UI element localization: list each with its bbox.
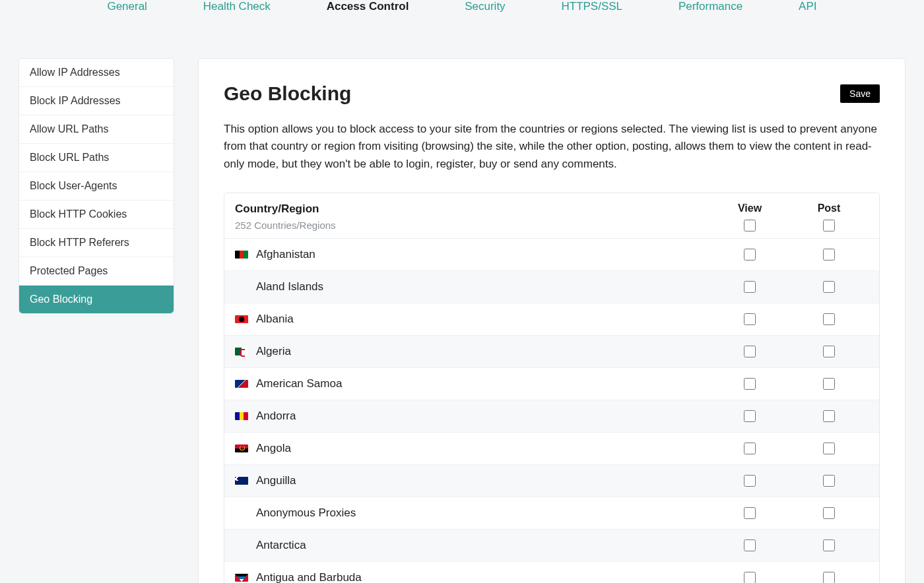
table-row: American Samoa [224, 368, 879, 400]
country-name: Anonymous Proxies [256, 506, 356, 520]
table-row: Andorra [224, 400, 879, 433]
table-row: Anonymous Proxies [224, 497, 879, 530]
tab-performance[interactable]: Performance [675, 0, 746, 13]
sidebar-item-block-ip-addresses[interactable]: Block IP Addresses [19, 87, 174, 115]
country-name: Antarctica [256, 539, 306, 552]
country-name: Angola [256, 442, 291, 455]
sidebar-item-allow-url-paths[interactable]: Allow URL Paths [19, 115, 174, 144]
select-all-post-checkbox[interactable] [823, 220, 835, 231]
col-country-region: Country/Region [235, 202, 710, 216]
post-checkbox[interactable] [823, 507, 835, 519]
sidebar-item-protected-pages[interactable]: Protected Pages [19, 257, 174, 286]
table-row: Algeria [224, 336, 879, 368]
view-checkbox[interactable] [744, 313, 756, 325]
view-checkbox[interactable] [744, 475, 756, 487]
country-name: Albania [256, 313, 294, 326]
post-checkbox[interactable] [823, 346, 835, 357]
sidebar-item-block-url-paths[interactable]: Block URL Paths [19, 144, 174, 172]
sidebar-item-geo-blocking[interactable]: Geo Blocking [19, 286, 174, 313]
tab-health-check[interactable]: Health Check [199, 0, 275, 13]
country-name: Aland Islands [256, 280, 323, 293]
save-button[interactable]: Save [840, 84, 880, 103]
country-name: Antigua and Barbuda [256, 571, 362, 583]
tab-security[interactable]: Security [461, 0, 509, 13]
post-checkbox[interactable] [823, 249, 835, 261]
geo-blocking-table: Country/Region 252 Countries/Regions Vie… [224, 193, 880, 583]
panel-description: This option allows you to block access t… [224, 121, 880, 173]
view-checkbox[interactable] [744, 572, 756, 583]
table-row: Angola [224, 433, 879, 465]
post-checkbox[interactable] [823, 475, 835, 487]
table-row: Antigua and Barbuda [224, 562, 879, 583]
flag-icon [235, 574, 248, 582]
sidebar-item-block-http-cookies[interactable]: Block HTTP Cookies [19, 200, 174, 229]
table-header: Country/Region 252 Countries/Regions Vie… [224, 193, 879, 239]
post-checkbox[interactable] [823, 281, 835, 293]
table-row: Anguilla [224, 465, 879, 497]
page-title: Geo Blocking [224, 82, 351, 105]
flag-icon [235, 315, 248, 323]
flag-icon [235, 477, 248, 485]
view-checkbox[interactable] [744, 249, 756, 261]
sidebar: Allow IP AddressesBlock IP AddressesAllo… [18, 58, 174, 314]
country-name: Anguilla [256, 474, 296, 487]
countries-count: 252 Countries/Regions [235, 220, 710, 231]
country-name: Afghanistan [256, 248, 315, 261]
sidebar-item-block-user-agents[interactable]: Block User-Agents [19, 172, 174, 200]
country-name: American Samoa [256, 377, 342, 390]
view-checkbox[interactable] [744, 443, 756, 454]
sidebar-item-block-http-referers[interactable]: Block HTTP Referers [19, 229, 174, 257]
top-tabs: GeneralHealth CheckAccess ControlSecurit… [0, 0, 924, 25]
tab-api[interactable]: API [795, 0, 820, 13]
table-row: Aland Islands [224, 271, 879, 303]
view-checkbox[interactable] [744, 346, 756, 357]
panel-header: Geo Blocking Save [224, 82, 880, 105]
table-row: Antarctica [224, 530, 879, 562]
main-panel: Geo Blocking Save This option allows you… [198, 58, 906, 583]
post-checkbox[interactable] [823, 443, 835, 454]
post-checkbox[interactable] [823, 410, 835, 422]
post-checkbox[interactable] [823, 539, 835, 551]
table-row: Afghanistan [224, 239, 879, 271]
col-view: View [738, 202, 762, 214]
flag-icon [235, 251, 248, 259]
col-post: Post [818, 202, 841, 214]
flag-icon [235, 445, 248, 452]
flag-icon [235, 348, 248, 355]
select-all-view-checkbox[interactable] [744, 220, 756, 231]
post-checkbox[interactable] [823, 378, 835, 390]
tab-https-ssl[interactable]: HTTPS/SSL [557, 0, 626, 13]
country-name: Algeria [256, 345, 291, 358]
table-row: Albania [224, 303, 879, 336]
tab-general[interactable]: General [103, 0, 150, 13]
view-checkbox[interactable] [744, 410, 756, 422]
tab-access-control[interactable]: Access Control [323, 0, 413, 13]
view-checkbox[interactable] [744, 507, 756, 519]
view-checkbox[interactable] [744, 281, 756, 293]
view-checkbox[interactable] [744, 378, 756, 390]
flag-icon [235, 412, 248, 420]
post-checkbox[interactable] [823, 313, 835, 325]
post-checkbox[interactable] [823, 572, 835, 583]
country-name: Andorra [256, 410, 296, 423]
flag-icon [235, 380, 248, 388]
sidebar-item-allow-ip-addresses[interactable]: Allow IP Addresses [19, 59, 174, 87]
view-checkbox[interactable] [744, 539, 756, 551]
